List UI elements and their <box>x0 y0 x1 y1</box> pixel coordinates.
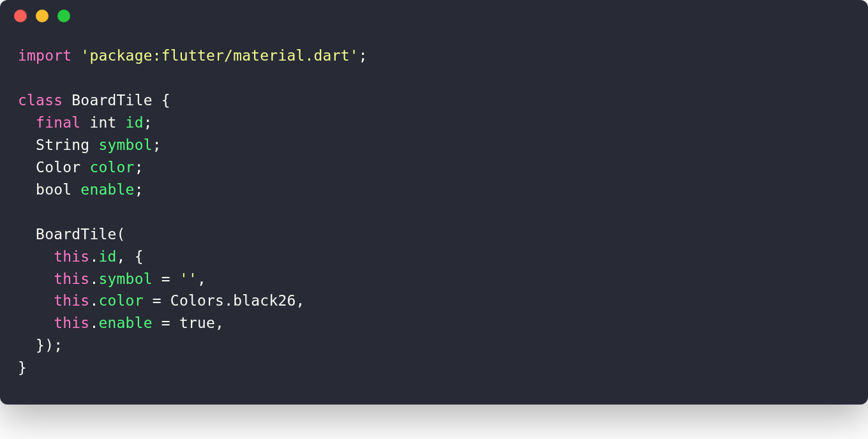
code-token-keyword: this <box>54 292 89 309</box>
code-token-punct: . <box>89 292 98 309</box>
code-token-ident: symbol <box>98 137 152 153</box>
code-line: class BoardTile { <box>18 89 850 112</box>
code-token-punct: { <box>161 92 170 108</box>
code-token-keyword: this <box>54 271 89 287</box>
code-line: String symbol; <box>18 134 850 156</box>
code-token-punct: ; <box>144 114 153 131</box>
code-token-punct <box>18 292 54 309</box>
code-token-punct: ; <box>359 47 368 64</box>
code-token-keyword: this <box>54 315 89 331</box>
code-line: import 'package:flutter/material.dart'; <box>18 45 850 67</box>
code-line: } <box>18 357 850 379</box>
code-token-ident: enable <box>80 181 134 198</box>
code-editor[interactable]: import 'package:flutter/material.dart'; … <box>0 32 868 405</box>
code-line <box>18 67 850 89</box>
code-token-type: String <box>18 137 98 153</box>
code-token-ident: id <box>98 248 116 265</box>
code-token-punct: = Colors.black26, <box>144 292 305 309</box>
code-token-type: Color <box>18 159 89 175</box>
code-token-punct: ; <box>135 181 144 198</box>
code-token-punct: . <box>89 248 98 265</box>
code-token-punct <box>18 271 54 287</box>
code-line: Color color; <box>18 156 850 179</box>
code-token-string: 'package:flutter/material.dart' <box>80 47 358 64</box>
minimize-icon[interactable] <box>36 10 49 22</box>
code-line: this.enable = true, <box>18 312 850 334</box>
code-token-keyword: class <box>18 92 71 108</box>
code-line: this.id, { <box>18 246 850 268</box>
code-token-punct: . <box>89 271 98 287</box>
code-token-ident: id <box>126 114 144 131</box>
code-token-ident: color <box>89 159 134 175</box>
code-token-punct: , { <box>117 248 144 265</box>
code-line: this.symbol = '', <box>18 268 850 290</box>
code-token-type: int <box>89 114 125 131</box>
code-token-punct: } <box>18 359 27 376</box>
code-token-punct: = true, <box>153 315 224 331</box>
code-window: import 'package:flutter/material.dart'; … <box>0 0 868 405</box>
code-token-type: BoardTile <box>71 92 161 108</box>
code-token-ident: color <box>98 292 143 309</box>
code-token-keyword: import <box>18 47 80 64</box>
code-token-string: '' <box>179 271 197 287</box>
zoom-icon[interactable] <box>57 10 70 22</box>
code-line <box>18 201 850 223</box>
code-line: bool enable; <box>18 179 850 201</box>
code-token-punct <box>18 315 54 331</box>
code-token-punct <box>18 114 36 131</box>
code-token-type: BoardTile( <box>18 226 126 242</box>
code-token-keyword: this <box>54 248 89 265</box>
code-token-type: bool <box>18 181 80 198</box>
code-line: }); <box>18 334 850 357</box>
code-token-punct: = <box>153 271 179 287</box>
code-token-punct: }); <box>18 337 63 353</box>
code-token-ident: symbol <box>98 271 152 287</box>
code-line: this.color = Colors.black26, <box>18 290 850 312</box>
code-token-punct: ; <box>135 159 144 175</box>
code-token-punct: . <box>89 315 98 331</box>
code-token-punct <box>18 248 54 265</box>
code-line: BoardTile( <box>18 223 850 246</box>
close-icon[interactable] <box>14 10 27 22</box>
code-token-punct: ; <box>153 137 161 153</box>
code-token-punct: , <box>197 271 206 287</box>
code-token-keyword: final <box>36 114 89 131</box>
window-titlebar <box>0 0 868 32</box>
code-token-ident: enable <box>98 315 152 331</box>
code-line: final int id; <box>18 112 850 134</box>
